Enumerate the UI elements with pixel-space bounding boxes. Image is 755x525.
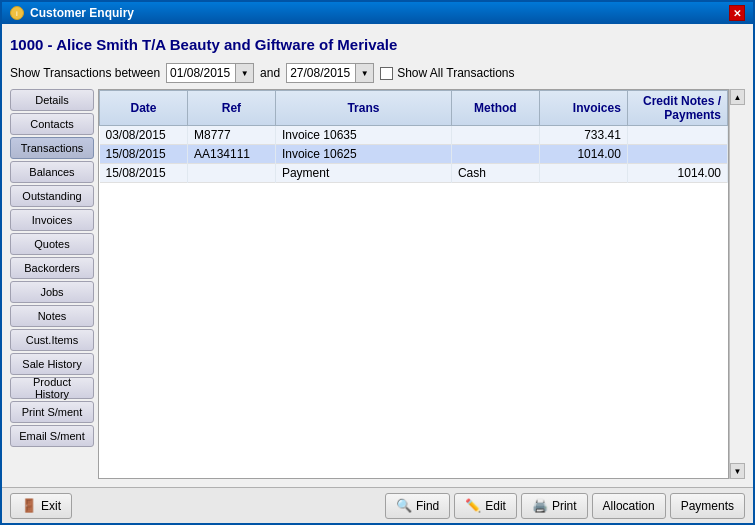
content-area: 1000 - Alice Smith T/A Beauty and Giftwa…: [2, 24, 753, 487]
and-label: and: [260, 66, 280, 80]
bottom-right-buttons: 🔍 Find ✏️ Edit 🖨️ Print Allocation Payme…: [385, 493, 745, 519]
sidebar: Details Contacts Transactions Balances O…: [10, 89, 98, 479]
cell-method: Cash: [451, 164, 539, 183]
sidebar-item-outstanding[interactable]: Outstanding: [10, 185, 94, 207]
payments-label: Payments: [681, 499, 734, 513]
find-button[interactable]: 🔍 Find: [385, 493, 450, 519]
cell-date: 15/08/2015: [100, 164, 188, 183]
allocation-label: Allocation: [603, 499, 655, 513]
find-icon: 🔍: [396, 498, 412, 513]
close-button[interactable]: ✕: [729, 5, 745, 21]
cell-invoices: 1014.00: [539, 145, 627, 164]
cell-date: 15/08/2015: [100, 145, 188, 164]
exit-button[interactable]: 🚪 Exit: [10, 493, 72, 519]
sidebar-item-transactions[interactable]: Transactions: [10, 137, 94, 159]
transactions-table-area: Date Ref Trans Method Invoices Credit No…: [98, 89, 729, 479]
customer-title: 1000 - Alice Smith T/A Beauty and Giftwa…: [10, 32, 745, 57]
col-header-date: Date: [100, 91, 188, 126]
cell-method: [451, 145, 539, 164]
print-button[interactable]: 🖨️ Print: [521, 493, 588, 519]
cell-credit: 1014.00: [627, 164, 727, 183]
sidebar-item-backorders[interactable]: Backorders: [10, 257, 94, 279]
scrollbar-track[interactable]: [730, 105, 745, 463]
print-label: Print: [552, 499, 577, 513]
scrollbar-up-button[interactable]: ▲: [730, 89, 745, 105]
date-to-input[interactable]: [287, 64, 355, 82]
sidebar-item-cust-items[interactable]: Cust.Items: [10, 329, 94, 351]
cell-credit: [627, 126, 727, 145]
cell-ref: AA134111: [187, 145, 275, 164]
cell-method: [451, 126, 539, 145]
col-header-credit: Credit Notes /Payments: [627, 91, 727, 126]
edit-icon: ✏️: [465, 498, 481, 513]
cell-date: 03/08/2015: [100, 126, 188, 145]
show-all-label: Show All Transactions: [397, 66, 514, 80]
date-range-label: Show Transactions between: [10, 66, 160, 80]
print-icon: 🖨️: [532, 498, 548, 513]
cell-ref: M8777: [187, 126, 275, 145]
cell-trans: Payment: [275, 164, 451, 183]
cell-ref: [187, 164, 275, 183]
main-window: i Customer Enquiry ✕ 1000 - Alice Smith …: [0, 0, 755, 525]
date-from-wrapper: ▼: [166, 63, 254, 83]
window-title: Customer Enquiry: [30, 6, 134, 20]
allocation-button[interactable]: Allocation: [592, 493, 666, 519]
show-all-checkbox[interactable]: [380, 67, 393, 80]
exit-label: Exit: [41, 499, 61, 513]
scrollbar-down-button[interactable]: ▼: [730, 463, 745, 479]
table-scroll[interactable]: Date Ref Trans Method Invoices Credit No…: [99, 90, 728, 478]
main-panel: Details Contacts Transactions Balances O…: [10, 89, 745, 479]
cell-trans: Invoice 10625: [275, 145, 451, 164]
bottom-bar: 🚪 Exit 🔍 Find ✏️ Edit 🖨️ Print Allocatio…: [2, 487, 753, 523]
table-row[interactable]: 15/08/2015 Payment Cash 1014.00: [100, 164, 728, 183]
cell-credit: [627, 145, 727, 164]
col-header-method: Method: [451, 91, 539, 126]
payments-button[interactable]: Payments: [670, 493, 745, 519]
window-icon: i: [10, 6, 24, 20]
date-to-dropdown[interactable]: ▼: [355, 64, 373, 82]
sidebar-item-quotes[interactable]: Quotes: [10, 233, 94, 255]
col-header-trans: Trans: [275, 91, 451, 126]
sidebar-item-sale-history[interactable]: Sale History: [10, 353, 94, 375]
sidebar-item-email-sment[interactable]: Email S/ment: [10, 425, 94, 447]
date-filter-row: Show Transactions between ▼ and ▼ Show A…: [10, 63, 745, 83]
transactions-table: Date Ref Trans Method Invoices Credit No…: [99, 90, 728, 183]
sidebar-item-balances[interactable]: Balances: [10, 161, 94, 183]
title-bar: i Customer Enquiry ✕: [2, 2, 753, 24]
sidebar-item-invoices[interactable]: Invoices: [10, 209, 94, 231]
scrollbar: ▲ ▼: [729, 89, 745, 479]
table-row[interactable]: 03/08/2015 M8777 Invoice 10635 733.41: [100, 126, 728, 145]
sidebar-item-notes[interactable]: Notes: [10, 305, 94, 327]
sidebar-item-contacts[interactable]: Contacts: [10, 113, 94, 135]
date-to-wrapper: ▼: [286, 63, 374, 83]
cell-invoices: [539, 164, 627, 183]
sidebar-item-jobs[interactable]: Jobs: [10, 281, 94, 303]
exit-icon: 🚪: [21, 498, 37, 513]
cell-trans: Invoice 10635: [275, 126, 451, 145]
col-header-invoices: Invoices: [539, 91, 627, 126]
table-row[interactable]: 15/08/2015 AA134111 Invoice 10625 1014.0…: [100, 145, 728, 164]
sidebar-item-product-history[interactable]: Product History: [10, 377, 94, 399]
cell-invoices: 733.41: [539, 126, 627, 145]
date-from-input[interactable]: [167, 64, 235, 82]
edit-label: Edit: [485, 499, 506, 513]
find-label: Find: [416, 499, 439, 513]
sidebar-item-details[interactable]: Details: [10, 89, 94, 111]
sidebar-item-print-sment[interactable]: Print S/ment: [10, 401, 94, 423]
date-from-dropdown[interactable]: ▼: [235, 64, 253, 82]
col-header-ref: Ref: [187, 91, 275, 126]
edit-button[interactable]: ✏️ Edit: [454, 493, 517, 519]
show-all-wrapper: Show All Transactions: [380, 66, 514, 80]
